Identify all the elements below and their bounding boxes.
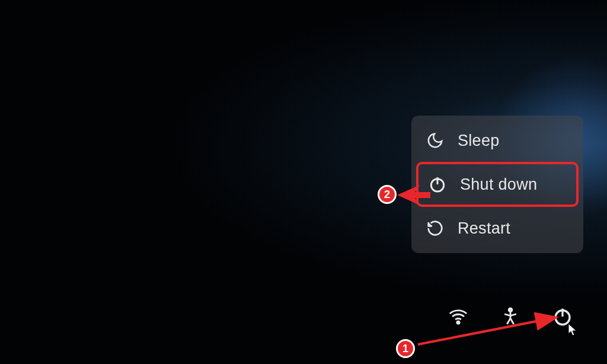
sleep-label: Sleep [458, 132, 500, 150]
moon-icon [426, 131, 445, 150]
annotation-2-number: 2 [384, 189, 390, 201]
power-options-menu: Sleep Shut down Restart [411, 116, 583, 253]
sleep-menu-item[interactable]: Sleep [411, 122, 583, 159]
restart-menu-item[interactable]: Restart [411, 209, 583, 247]
svg-point-3 [509, 308, 512, 312]
annotation-pointer-2 [397, 184, 432, 206]
annotation-step-1: 1 [396, 339, 415, 358]
annotation-step-2: 2 [378, 185, 397, 204]
restart-icon [426, 219, 445, 238]
shutdown-menu-item[interactable]: Shut down [416, 162, 579, 207]
mouse-cursor [568, 323, 579, 337]
annotation-1-number: 1 [402, 343, 408, 355]
shutdown-label: Shut down [460, 175, 537, 194]
restart-label: Restart [458, 219, 510, 238]
annotation-arrow-1 [415, 312, 569, 347]
svg-line-7 [418, 318, 554, 344]
svg-marker-8 [397, 185, 430, 205]
